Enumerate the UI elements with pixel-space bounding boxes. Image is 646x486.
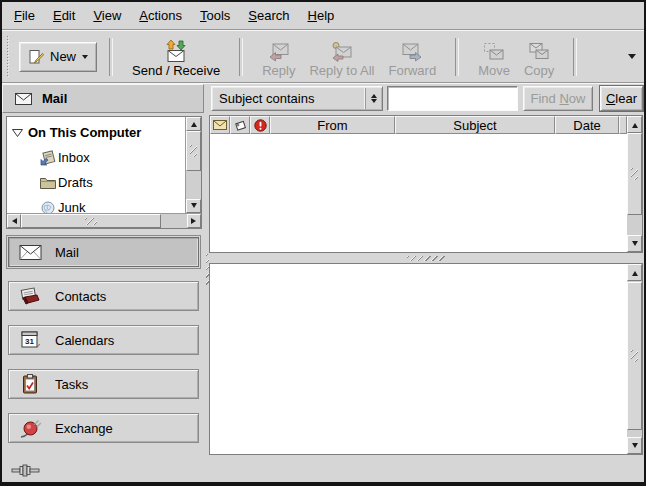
search-filter-value: Subject contains <box>212 91 365 106</box>
arrow-down-icon <box>632 241 638 249</box>
scroll-track[interactable] <box>186 131 201 199</box>
scroll-thumb[interactable] <box>627 133 642 215</box>
toolbar-separator <box>573 38 577 76</box>
scroll-track[interactable] <box>627 281 642 437</box>
forward-button[interactable]: Forward <box>381 35 443 79</box>
move-button[interactable]: Move <box>471 35 517 79</box>
arrow-up-icon <box>632 120 638 128</box>
reply-label: Reply <box>262 64 295 78</box>
mail-icon <box>19 244 43 261</box>
arrow-down-icon <box>191 203 197 211</box>
copy-label: Copy <box>524 64 554 78</box>
scroll-right-button[interactable] <box>187 214 201 228</box>
toolbar-drag-handle[interactable] <box>6 36 11 78</box>
arrow-down-icon <box>632 443 638 451</box>
copy-button[interactable]: Copy <box>517 35 561 79</box>
contacts-icon <box>19 285 43 307</box>
copy-icon <box>527 41 551 63</box>
reply-to-all-icon <box>330 41 354 63</box>
column-from[interactable]: From <box>270 116 395 134</box>
preview-scrollbar <box>627 264 642 454</box>
folder-tree-vertical-scrollbar <box>186 117 201 213</box>
scroll-thumb[interactable] <box>186 131 201 171</box>
send-receive-label: Send / Receive <box>132 64 220 78</box>
new-dropdown-chevron-icon <box>82 55 88 62</box>
tree-folder-drafts[interactable]: Drafts <box>7 170 185 195</box>
find-now-button[interactable]: Find Now <box>523 86 593 111</box>
switcher-calendars-button[interactable]: 31 Calendars <box>8 325 199 355</box>
message-list-body[interactable] <box>210 134 627 252</box>
scroll-down-button[interactable] <box>627 235 642 252</box>
switcher-tasks-button[interactable]: Tasks <box>8 369 199 399</box>
menu-file[interactable]: File <box>5 4 44 27</box>
calendar-icon: 31 <box>19 329 43 351</box>
clear-button[interactable]: Clear <box>600 86 643 111</box>
preview-splitter[interactable] <box>209 253 643 263</box>
column-subject[interactable]: Subject <box>395 116 555 134</box>
folder-tree: On This Computer Inbox <box>6 116 202 229</box>
sidebar-header-label: Mail <box>42 91 67 106</box>
scroll-track[interactable] <box>627 133 642 235</box>
toolbar: New Send / Receive <box>2 31 644 82</box>
scroll-up-button[interactable] <box>627 116 642 133</box>
arrow-left-icon <box>9 218 17 224</box>
column-message-status[interactable] <box>210 116 230 134</box>
column-flagged[interactable] <box>230 116 250 134</box>
splitter-grip[interactable] <box>407 256 445 261</box>
reply-to-all-button[interactable]: Reply to All <box>302 35 381 79</box>
svg-text:31: 31 <box>25 337 34 346</box>
inbox-icon <box>39 149 57 166</box>
toolbar-separator <box>239 38 243 76</box>
menu-actions[interactable]: Actions <box>130 4 191 27</box>
scroll-up-button[interactable] <box>627 264 642 281</box>
switcher-label: Tasks <box>55 377 88 392</box>
plug-icon[interactable] <box>11 464 41 477</box>
preview-body <box>210 264 627 454</box>
arrow-up-icon <box>632 268 638 276</box>
reply-button[interactable]: Reply <box>255 35 302 79</box>
menubar: File Edit View Actions Tools Search Help <box>2 2 646 29</box>
tree-account-row[interactable]: On This Computer <box>7 120 185 145</box>
reply-icon <box>267 41 291 63</box>
switcher-exchange-button[interactable]: Exchange <box>8 413 199 443</box>
arrow-up-icon <box>191 119 197 127</box>
tree-folder-inbox[interactable]: Inbox <box>7 145 185 170</box>
menu-help[interactable]: Help <box>299 4 344 27</box>
scroll-thumb[interactable] <box>21 214 161 228</box>
scroll-up-button[interactable] <box>186 117 201 131</box>
message-list-pane: From Subject Date <box>209 115 643 253</box>
expander-icon[interactable] <box>11 128 24 138</box>
scroll-thumb[interactable] <box>627 282 642 430</box>
junk-icon <box>39 200 57 214</box>
importance-icon <box>254 119 267 132</box>
mail-header-icon <box>15 93 32 105</box>
column-date-label: Date <box>573 118 600 133</box>
menu-tools[interactable]: Tools <box>191 4 239 27</box>
forward-label: Forward <box>388 64 436 78</box>
scroll-down-button[interactable] <box>627 437 642 454</box>
search-filter-dropdown[interactable]: Subject contains <box>211 86 383 111</box>
toolbar-overflow-chevron-icon[interactable] <box>628 54 636 63</box>
folder-tree-view: On This Computer Inbox <box>7 117 186 213</box>
toolbar-separator <box>455 38 459 76</box>
menu-edit[interactable]: Edit <box>44 4 84 27</box>
new-button[interactable]: New <box>19 42 97 72</box>
search-input[interactable] <box>387 86 518 111</box>
scroll-left-button[interactable] <box>7 214 21 228</box>
tree-folder-junk[interactable]: Junk <box>7 195 185 213</box>
scroll-track[interactable] <box>21 214 187 228</box>
switcher-mail-button[interactable]: Mail <box>8 237 199 267</box>
menu-view[interactable]: View <box>84 4 130 27</box>
tree-account-label: On This Computer <box>28 125 141 140</box>
status-bar <box>2 458 644 482</box>
switcher-contacts-button[interactable]: Contacts <box>8 281 199 311</box>
reply-to-all-label: Reply to All <box>309 64 374 78</box>
dropdown-spin-icon <box>365 88 382 109</box>
column-importance[interactable] <box>250 116 270 134</box>
send-receive-button[interactable]: Send / Receive <box>125 35 227 79</box>
column-filler <box>619 116 627 134</box>
scroll-down-button[interactable] <box>186 199 201 213</box>
menu-search[interactable]: Search <box>239 4 298 27</box>
column-date[interactable]: Date <box>555 116 619 134</box>
tasks-icon <box>19 373 43 395</box>
